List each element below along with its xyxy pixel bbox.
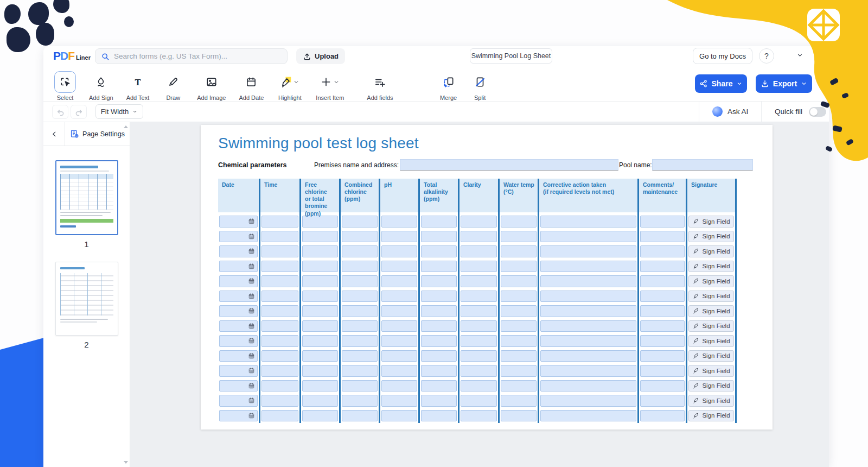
sign-field-button[interactable]: Sign Field: [688, 245, 734, 257]
text-field[interactable]: [302, 275, 338, 287]
text-field[interactable]: [540, 320, 636, 332]
date-field[interactable]: [219, 335, 258, 347]
date-field[interactable]: [219, 350, 258, 362]
upload-button[interactable]: Upload: [296, 48, 345, 64]
text-field[interactable]: [540, 410, 636, 422]
text-field[interactable]: [302, 216, 338, 228]
text-field[interactable]: [501, 350, 537, 362]
text-field[interactable]: [302, 410, 338, 422]
text-field[interactable]: [261, 216, 298, 228]
text-field[interactable]: [421, 365, 457, 377]
text-field[interactable]: [381, 395, 417, 407]
text-field[interactable]: [461, 305, 497, 317]
text-field[interactable]: [501, 395, 537, 407]
sign-field-button[interactable]: Sign Field: [688, 365, 734, 377]
text-field[interactable]: [342, 365, 378, 377]
text-field[interactable]: [640, 380, 685, 392]
text-field[interactable]: [381, 231, 417, 243]
text-field[interactable]: [461, 380, 497, 392]
premises-name-field[interactable]: [400, 159, 618, 171]
text-field[interactable]: [261, 261, 298, 273]
text-field[interactable]: [540, 275, 636, 287]
sidebar-scroll-up[interactable]: [124, 125, 128, 128]
text-field[interactable]: [640, 261, 685, 273]
text-field[interactable]: [261, 410, 298, 422]
text-field[interactable]: [381, 275, 417, 287]
text-field[interactable]: [381, 245, 417, 257]
text-field[interactable]: [302, 335, 338, 347]
text-field[interactable]: [261, 380, 298, 392]
text-field[interactable]: [461, 245, 497, 257]
undo-button[interactable]: [52, 105, 68, 119]
text-field[interactable]: [261, 305, 298, 317]
text-field[interactable]: [342, 320, 378, 332]
text-field[interactable]: [261, 395, 298, 407]
tool-insert-item[interactable]: Insert Item: [316, 71, 344, 101]
sign-field-button[interactable]: Sign Field: [688, 380, 734, 392]
page-settings-button[interactable]: Page Settings: [65, 122, 130, 146]
text-field[interactable]: [640, 395, 685, 407]
text-field[interactable]: [421, 245, 457, 257]
text-field[interactable]: [540, 305, 636, 317]
search-input[interactable]: [114, 52, 282, 60]
text-field[interactable]: [540, 395, 636, 407]
text-field[interactable]: [381, 261, 417, 273]
date-field[interactable]: [219, 245, 258, 257]
text-field[interactable]: [640, 275, 685, 287]
text-field[interactable]: [302, 380, 338, 392]
date-field[interactable]: [219, 305, 258, 317]
text-field[interactable]: [501, 335, 537, 347]
text-field[interactable]: [421, 261, 457, 273]
text-field[interactable]: [421, 380, 457, 392]
pdfliner-logo[interactable]: PDF Liner: [53, 49, 91, 62]
text-field[interactable]: [461, 410, 497, 422]
date-field[interactable]: [219, 275, 258, 287]
text-field[interactable]: [261, 245, 298, 257]
sidebar-collapse-button[interactable]: [43, 122, 65, 146]
sign-field-button[interactable]: Sign Field: [688, 395, 734, 407]
text-field[interactable]: [501, 320, 537, 332]
text-field[interactable]: [342, 335, 378, 347]
text-field[interactable]: [501, 275, 537, 287]
text-field[interactable]: [342, 231, 378, 243]
text-field[interactable]: [501, 305, 537, 317]
sign-field-button[interactable]: Sign Field: [688, 231, 734, 243]
date-field[interactable]: [219, 216, 258, 228]
text-field[interactable]: [540, 261, 636, 273]
sign-field-button[interactable]: Sign Field: [688, 335, 734, 347]
date-field[interactable]: [219, 291, 258, 302]
text-field[interactable]: [540, 350, 636, 362]
tool-merge[interactable]: Merge: [438, 71, 459, 101]
text-field[interactable]: [421, 350, 457, 362]
text-field[interactable]: [640, 320, 685, 332]
text-field[interactable]: [461, 291, 497, 302]
text-field[interactable]: [421, 320, 457, 332]
text-field[interactable]: [640, 216, 685, 228]
text-field[interactable]: [342, 395, 378, 407]
sign-field-button[interactable]: Sign Field: [688, 350, 734, 362]
text-field[interactable]: [501, 380, 537, 392]
date-field[interactable]: [219, 410, 258, 422]
text-field[interactable]: [261, 335, 298, 347]
text-field[interactable]: [381, 291, 417, 302]
sign-field-button[interactable]: Sign Field: [688, 291, 734, 302]
date-field[interactable]: [219, 365, 258, 377]
text-field[interactable]: [461, 365, 497, 377]
tool-highlight[interactable]: Highlight: [277, 71, 303, 101]
text-field[interactable]: [640, 410, 685, 422]
text-field[interactable]: [421, 395, 457, 407]
text-field[interactable]: [461, 231, 497, 243]
text-field[interactable]: [640, 291, 685, 302]
text-field[interactable]: [381, 305, 417, 317]
date-field[interactable]: [219, 320, 258, 332]
text-field[interactable]: [342, 410, 378, 422]
text-field[interactable]: [342, 380, 378, 392]
text-field[interactable]: [640, 245, 685, 257]
text-field[interactable]: [342, 291, 378, 302]
text-field[interactable]: [640, 231, 685, 243]
zoom-level-dropdown[interactable]: Fit Width: [95, 104, 143, 119]
text-field[interactable]: [461, 350, 497, 362]
tool-add-image[interactable]: Add Image: [197, 71, 226, 101]
text-field[interactable]: [540, 335, 636, 347]
text-field[interactable]: [540, 380, 636, 392]
